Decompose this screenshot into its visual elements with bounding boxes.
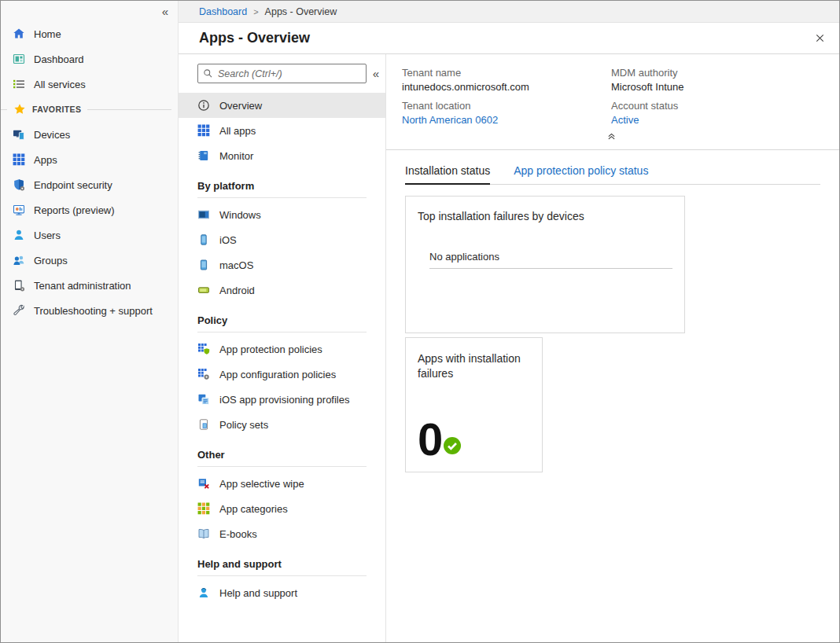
menu-item-help-and-support[interactable]: Help and support (179, 580, 385, 605)
field-tenant-location: Tenant location North American 0602 (402, 100, 611, 126)
menu-item-all-apps[interactable]: All apps (179, 118, 385, 143)
blade-titlebar: Apps - Overview (179, 23, 839, 54)
field-value: Microsoft Intune (611, 81, 820, 93)
apps-grid-icon (13, 153, 25, 166)
blade-menu: « Overview All apps Monitor B (179, 54, 386, 642)
all-services-icon (13, 78, 25, 90)
menu-item-ios[interactable]: iOS (179, 227, 385, 252)
menu-item-macos[interactable]: macOS (179, 252, 385, 277)
sidebar-item-label: Users (34, 230, 61, 241)
divider (1, 109, 7, 110)
sidebar-item-label: Dashboard (34, 53, 84, 65)
endpoint-security-icon (13, 178, 25, 191)
search-box[interactable] (197, 64, 367, 83)
menu-collapse-button[interactable]: « (373, 68, 379, 79)
menu-item-label: Policy sets (219, 419, 268, 431)
menu-item-label: E-books (219, 528, 257, 540)
sidebar-item-label: Groups (34, 255, 68, 266)
menu-item-app-categories[interactable]: App categories (179, 496, 385, 521)
field-tenant-name: Tenant name intunedocs.onmicrosoft.com (402, 67, 611, 93)
app-window: « Home Dashboard All services FAVORITES … (0, 0, 840, 643)
tenant-administration-icon (13, 279, 25, 292)
breadcrumb: Dashboard > Apps - Overview (179, 1, 839, 23)
groups-icon (13, 254, 25, 266)
menu-item-app-protection-policies[interactable]: App protection policies (179, 336, 385, 362)
tenant-location-link[interactable]: North American 0602 (402, 114, 611, 126)
menu-item-label: All apps (219, 125, 256, 137)
sidebar-item-tenant-administration[interactable]: Tenant administration (1, 273, 178, 298)
sidebar-item-apps[interactable]: Apps (1, 147, 178, 172)
main-pane: Tenant name intunedocs.onmicrosoft.com M… (386, 54, 839, 642)
sidebar-item-label: Reports (preview) (34, 204, 115, 216)
sidebar-collapse-button[interactable]: « (162, 6, 168, 17)
field-label: Tenant location (402, 100, 611, 112)
menu-item-windows[interactable]: Windows (179, 202, 385, 227)
tab-app-protection-policy-status[interactable]: App protection policy status (514, 164, 648, 184)
menu-group-header-policy: Policy (179, 312, 385, 328)
menu-item-label: Windows (219, 209, 261, 221)
field-label: Tenant name (402, 67, 611, 79)
ios-phone-icon (197, 233, 210, 246)
menu-item-policy-sets[interactable]: Policy sets (179, 412, 385, 437)
menu-item-label: iOS (219, 234, 237, 246)
help-support-person-icon (197, 586, 210, 599)
menu-item-monitor[interactable]: Monitor (179, 143, 385, 168)
menu-item-label: Monitor (219, 150, 253, 162)
field-label: Account status (611, 100, 820, 112)
menu-item-overview[interactable]: Overview (179, 93, 385, 118)
sidebar-item-devices[interactable]: Devices (1, 122, 178, 147)
green-check-icon (444, 437, 461, 457)
sidebar-item-label: All services (34, 79, 86, 90)
menu-item-label: App configuration policies (219, 369, 336, 380)
users-icon (13, 229, 25, 241)
menu-group-header-other: Other (179, 446, 385, 462)
account-status-link[interactable]: Active (611, 114, 820, 126)
divider (197, 575, 367, 576)
card-title: Apps with installation failures (418, 351, 530, 381)
windows-icon (197, 208, 210, 221)
blade-region: Dashboard > Apps - Overview Apps - Overv… (179, 1, 839, 642)
menu-item-android[interactable]: Android (179, 277, 385, 303)
apps-grid-icon (197, 124, 210, 137)
no-applications-row: No applications (429, 251, 672, 269)
sidebar-item-reports[interactable]: Reports (preview) (1, 197, 178, 222)
sidebar-item-troubleshooting[interactable]: Troubleshooting + support (1, 298, 178, 323)
sidebar-item-users[interactable]: Users (1, 222, 178, 248)
android-device-icon (197, 284, 210, 296)
sidebar-item-endpoint-security[interactable]: Endpoint security (1, 172, 178, 197)
macos-device-icon (197, 259, 210, 271)
close-icon[interactable] (811, 30, 828, 47)
menu-item-ebooks[interactable]: E-books (179, 521, 385, 546)
menu-item-ios-app-provisioning-profiles[interactable]: iOS app provisioning profiles (179, 387, 385, 412)
tab-installation-status[interactable]: Installation status (405, 164, 490, 185)
home-icon (13, 28, 25, 40)
menu-group-header-help-and-support: Help and support (179, 556, 385, 571)
menu-item-label: iOS app provisioning profiles (219, 394, 349, 406)
app-selective-wipe-icon (197, 477, 210, 490)
failure-count-value: 0 (418, 420, 442, 458)
reports-icon (13, 204, 25, 216)
sidebar-item-all-services[interactable]: All services (1, 72, 178, 97)
menu-item-label: App categories (219, 503, 288, 515)
page-title: Apps - Overview (199, 30, 811, 46)
apps-with-installation-failures-card: Apps with installation failures 0 (405, 337, 543, 472)
devices-icon (13, 128, 25, 141)
sidebar-item-dashboard[interactable]: Dashboard (1, 46, 178, 72)
sidebar-item-label: Troubleshooting + support (34, 305, 153, 317)
essentials-collapse-button[interactable] (606, 130, 617, 145)
menu-item-label: Overview (219, 100, 262, 112)
menu-group-header-by-platform: By platform (179, 178, 385, 193)
sidebar-item-home[interactable]: Home (1, 21, 178, 46)
breadcrumb-separator: > (253, 7, 258, 17)
breadcrumb-link-dashboard[interactable]: Dashboard (199, 6, 247, 17)
divider (87, 109, 171, 110)
menu-item-app-configuration-policies[interactable]: App configuration policies (179, 362, 385, 387)
menu-item-app-selective-wipe[interactable]: App selective wipe (179, 471, 385, 496)
sidebar-item-groups[interactable]: Groups (1, 248, 178, 273)
dashboard-icon (13, 53, 25, 65)
divider (197, 332, 367, 333)
info-icon (197, 99, 210, 112)
menu-item-label: App protection policies (219, 344, 322, 355)
search-input[interactable] (218, 68, 361, 79)
sidebar-item-label: Home (34, 28, 61, 40)
